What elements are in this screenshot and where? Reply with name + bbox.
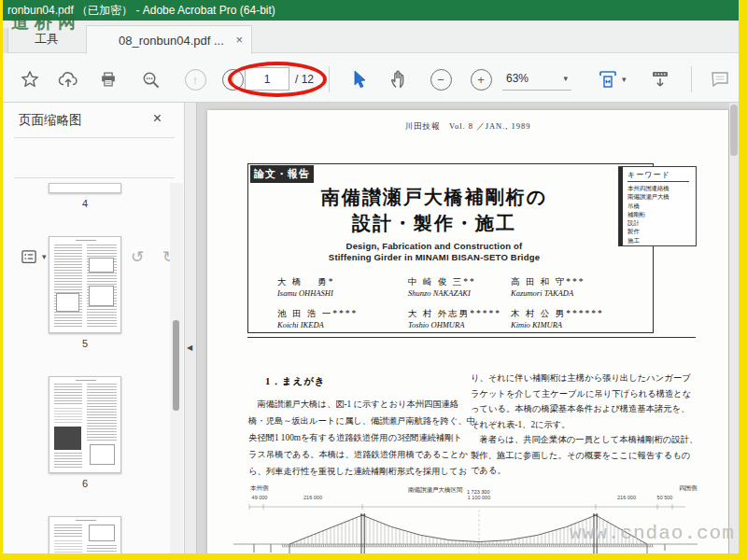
main-toolbar: ↑ ↓ 1 / 12 − + 63% ▾ ▾ [0, 53, 747, 103]
thumbnail-options-button[interactable] [18, 245, 40, 269]
panel-divider [14, 177, 175, 178]
author: 木 村 公 男******Kimio KIMURA [511, 308, 637, 329]
collapse-panel-icon[interactable]: ◀ [187, 343, 192, 352]
thumb-decor [76, 520, 96, 521]
thumbnail-page-4[interactable] [49, 183, 121, 193]
options-chevron-icon[interactable]: ▾ [42, 252, 47, 261]
thumbnail-page-5[interactable] [49, 236, 121, 333]
tab-close-icon[interactable]: × [235, 33, 243, 47]
thumbnails-panel-title: 页面缩略图 [19, 112, 82, 129]
body-line: ラケットを介して主ケーブルに吊り下げられる構造とな [471, 386, 697, 402]
toolbar-separator [329, 66, 330, 92]
star-icon [20, 69, 40, 90]
thumbnails-scrollbar-track[interactable] [170, 183, 183, 553]
acrobat-window: ronbun04.pdf （已加密） - Adobe Acrobat Pro (… [0, 0, 747, 560]
body-line: 南備讃瀬戸大橋は、図-1 に示すとおり本州四国連絡 [248, 396, 472, 413]
body-line: 央径間1 100mを有する道路鉄道併用の3径間連続補剛ト [248, 429, 472, 446]
author-name-jp: 高 田 和 守*** [511, 276, 637, 288]
panel-splitter[interactable]: ◀ [184, 103, 197, 553]
article-subtitle-line1: Design, Fabrication and Construction of [247, 241, 621, 251]
author-name-en: Kazumori TAKADA [511, 288, 637, 298]
thumb-decor [89, 525, 115, 541]
author: 大 橋 勇*Isamu OHHASHI [277, 276, 403, 298]
thumb-decor [54, 525, 82, 538]
body-line: である。 [471, 463, 697, 479]
page-number-annotation-ellipse [228, 62, 327, 97]
tab-document[interactable]: 08_ronbun04.pdf ... × [86, 25, 252, 54]
hand-icon [388, 68, 410, 91]
zoom-level-dropdown[interactable]: 63% ▾ [502, 67, 571, 91]
article-subtitle-line2: Stiffening Girder in MINAMI BISAN-SETO B… [247, 252, 621, 262]
thumbnail-page-6[interactable] [49, 376, 121, 473]
tab-document-label: 08_ronbun04.pdf ... [119, 34, 224, 48]
figure-dim: 1 100 000 [468, 495, 490, 500]
thumb-decor [89, 258, 114, 273]
section-heading: 1．まえがき [265, 375, 326, 388]
share-upload-button[interactable] [56, 67, 80, 91]
author-name-en: Koichi IKEDA [277, 320, 403, 329]
watermark-cndao: www.cndao.com [570, 523, 735, 544]
body-line: り、それに伴い補剛桁は主構から張り出したハンガーブ [471, 371, 697, 386]
thumb-decor [87, 384, 117, 441]
window-titlebar[interactable]: ronbun04.pdf （已加密） - Adobe Acrobat Pro (… [0, 0, 747, 21]
thumbnails-scrollbar-thumb[interactable] [173, 320, 179, 411]
fit-width-button[interactable] [596, 67, 620, 91]
thumb-decor [76, 240, 96, 241]
body-line: っている。本橋の橋梁基本条件および構造基本諸元を、 [471, 401, 697, 417]
hand-tool-button[interactable] [387, 67, 411, 91]
cloud-upload-icon [57, 68, 79, 91]
author: 高 田 和 守***Kazumori TAKADA [511, 276, 637, 298]
previous-page-button[interactable]: ↑ [183, 67, 207, 91]
document-scrollbar-track[interactable] [729, 103, 739, 553]
plus-icon: + [471, 69, 492, 91]
thumb-decor [87, 545, 117, 553]
thumb-decor [54, 384, 82, 406]
panel-divider [14, 137, 175, 138]
keywords-box: キーワード 本州四国連絡橋 南備讃瀬戸大橋 吊橋 補剛桁 設計 製作 施工 [618, 166, 697, 246]
figure-label-shikoku: 四国側 [679, 484, 698, 493]
thumb-decor [54, 540, 82, 553]
body-column-right: り、それに伴い補剛桁は主構から張り出したハンガーブ ラケットを介して主ケーブルに… [471, 371, 697, 479]
tab-home-partial[interactable] [3, 28, 8, 53]
keyword: 補剛桁 [627, 210, 669, 218]
thumbnails-panel: 页面缩略图 × ▾ ↺ ↻ 4 5 [3, 103, 184, 553]
highlight-border-right [739, 0, 747, 560]
cursor-arrow-icon [348, 68, 371, 91]
chevron-down-icon: ▾ [563, 74, 568, 83]
comment-button[interactable] [708, 67, 732, 91]
pdf-page[interactable]: 川田技報 Vol. 8 ／JAN., 1989 論文・報告 南備讃瀬戸大橋補剛桁… [207, 110, 729, 553]
author: 池 田 浩 一****Koichi IKEDA [277, 308, 403, 329]
figure-dim: 216 000 [617, 495, 636, 500]
print-button[interactable] [96, 67, 120, 91]
thumb-decor [54, 453, 82, 468]
figure-dim: 216 000 [303, 495, 322, 500]
thumb-decor [89, 286, 114, 306]
options-list-icon [20, 247, 38, 266]
zoom-level-value: 63% [506, 72, 529, 85]
body-line: ラス吊橋である。本橋は、道路鉄道併用橋であることか [248, 446, 472, 463]
panel-close-icon[interactable]: × [153, 110, 162, 127]
body-line: ら、列車走行性を重視した連続補剛桁形式を採用してお [248, 463, 472, 480]
rotate-ccw-button[interactable]: ↺ [126, 245, 148, 269]
keywords-list: 本州四国連絡橋 南備讃瀬戸大橋 吊橋 補剛桁 設計 製作 施工 [627, 184, 669, 245]
thumbnail-page-7[interactable] [49, 516, 121, 553]
keyword: 設計 [627, 218, 669, 227]
favorite-star-button[interactable] [18, 67, 42, 91]
figure-dim: 49 000 [252, 495, 268, 500]
body-line: 著者らは、共同企業体の一員として本橋補剛桁の設計、 [471, 432, 697, 448]
select-tool-button[interactable] [347, 67, 372, 91]
page-scrolling-button[interactable] [648, 67, 672, 91]
fit-width-chevron-icon[interactable]: ▾ [622, 75, 627, 84]
toolbar-separator [691, 66, 692, 92]
document-scrollbar-thumb[interactable] [730, 105, 738, 156]
zoom-out-button[interactable]: − [429, 67, 453, 91]
keyword: 南備讃瀬戸大橋 [627, 192, 669, 201]
figure-dim: 50 500 [657, 495, 673, 500]
fit-width-icon [597, 68, 619, 91]
search-button[interactable] [138, 67, 162, 91]
document-viewer[interactable]: 川田技報 Vol. 8 ／JAN., 1989 論文・報告 南備讃瀬戸大橋補剛桁… [197, 103, 739, 553]
author-name-jp: 大 橋 勇* [277, 276, 403, 288]
keyword: 施工 [627, 236, 669, 245]
zoom-in-button[interactable]: + [469, 67, 493, 91]
rotate-ccw-icon: ↺ [131, 247, 144, 266]
